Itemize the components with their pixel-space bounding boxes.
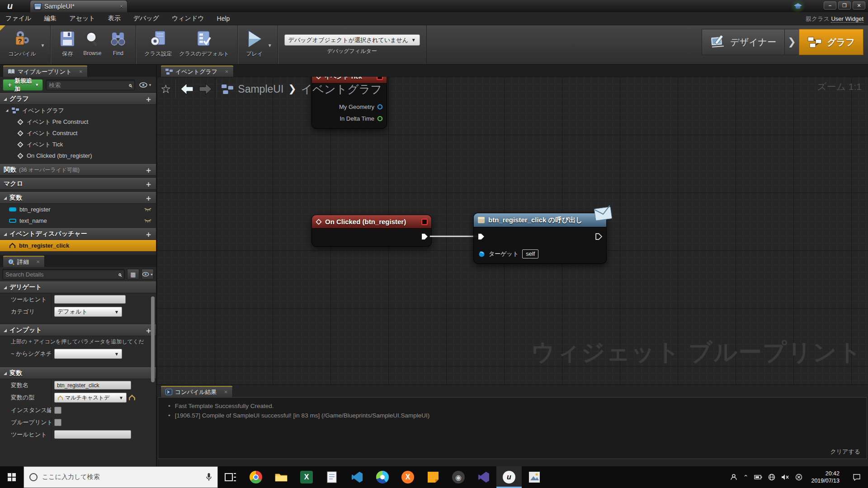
menu-window[interactable]: ウィンドウ <box>172 14 204 23</box>
class-settings-button[interactable]: クラス設定 <box>141 28 175 62</box>
designer-mode-button[interactable]: デザイナー <box>702 29 785 55</box>
details-tab-close-icon[interactable]: ✕ <box>36 259 40 264</box>
float-pin-icon[interactable] <box>377 116 383 122</box>
debug-object-dropdown[interactable]: デバッグオブジェクトが選択されていません ▼ <box>284 34 420 46</box>
add-graph-button[interactable]: ＋ <box>145 94 152 104</box>
chrome-taskbar-button[interactable] <box>243 466 269 488</box>
close-button[interactable]: ✕ <box>853 1 865 9</box>
event-graph-item[interactable]: イベントグラフ <box>0 105 156 116</box>
play-dropdown-icon[interactable]: ▼ <box>268 43 272 48</box>
people-icon[interactable] <box>730 474 737 481</box>
maximize-button[interactable]: ❐ <box>838 1 851 9</box>
instance-editable-checkbox[interactable] <box>54 407 61 414</box>
compile-results-tab[interactable]: コンパイル結果 ✕ <box>160 386 233 397</box>
parent-class-link[interactable]: User Widget <box>831 15 863 23</box>
category-dropdown[interactable]: デフォルト ▼ <box>54 307 122 317</box>
event-item[interactable]: On Clicked (btn_register) <box>0 150 156 161</box>
dispatchers-section-header[interactable]: イベントディスパッチャー ＋ <box>0 228 156 240</box>
explorer-taskbar-button[interactable] <box>269 466 294 488</box>
back-arrow-icon[interactable] <box>180 83 194 95</box>
action-center-button[interactable] <box>848 466 865 488</box>
volume-muted-icon[interactable] <box>781 474 789 480</box>
closed-eye-icon[interactable] <box>144 207 151 211</box>
tutorial-button[interactable] <box>790 0 806 13</box>
macros-section-header[interactable]: マクロ ＋ <box>0 178 156 190</box>
variable-item[interactable]: text_name <box>0 215 156 226</box>
vscode-insiders-taskbar-button[interactable] <box>471 466 496 488</box>
vscode-taskbar-button[interactable] <box>344 466 370 488</box>
add-function-button[interactable]: ＋ <box>145 165 152 175</box>
event-item[interactable]: イベント Construct <box>0 127 156 139</box>
dispatcher-item-selected[interactable]: btn_register_click <box>0 240 156 251</box>
event-graph-tab[interactable]: イベントグラフ ✕ <box>160 66 234 77</box>
details-tab[interactable]: i 詳細 ✕ <box>3 256 45 267</box>
unreal-taskbar-button[interactable]: u <box>496 466 522 488</box>
battery-icon[interactable] <box>754 474 762 480</box>
delegate-section-header[interactable]: デリゲート <box>0 282 156 293</box>
browse-button[interactable]: Browse <box>80 28 105 62</box>
exec-out-pin[interactable] <box>421 233 429 240</box>
signature-dropdown[interactable]: ▼ <box>54 349 122 359</box>
favorite-star-icon[interactable]: ☆ <box>160 82 171 96</box>
variable-name-field[interactable]: btn_register_click <box>54 381 131 389</box>
details-view-options-button[interactable]: ▼ <box>142 269 154 280</box>
compile-dropdown-icon[interactable]: ▼ <box>40 43 45 48</box>
details-scrollbar[interactable] <box>151 296 155 382</box>
add-new-button[interactable]: ＋ 新規追加 ▼ <box>3 79 43 91</box>
network-globe-icon[interactable] <box>768 474 775 481</box>
blueprint-search-input[interactable] <box>49 82 128 89</box>
graph-canvas[interactable]: イベント Tick My Geometry In Delta Time ☆ <box>157 77 868 385</box>
target-pin-icon[interactable] <box>478 251 485 258</box>
variable-section-header[interactable]: 変数 <box>0 367 156 379</box>
breadcrumb-root[interactable]: SampleUI <box>238 83 283 95</box>
photos-taskbar-button[interactable] <box>522 466 547 488</box>
save-button[interactable]: 保存 <box>55 28 80 62</box>
minimize-button[interactable]: – <box>824 1 836 9</box>
dark-app-taskbar-button[interactable]: ◉ <box>446 466 471 488</box>
input-section-header[interactable]: インプット ＋ <box>0 324 156 336</box>
my-blueprint-tab-close-icon[interactable]: ✕ <box>79 69 82 74</box>
compile-results-tab-close-icon[interactable]: ✕ <box>224 389 228 394</box>
struct-pin-icon[interactable] <box>377 104 383 110</box>
task-view-button[interactable] <box>218 466 243 488</box>
menu-help[interactable]: Help <box>217 15 230 22</box>
find-button[interactable]: Find <box>105 28 131 62</box>
play-button[interactable]: プレイ <box>242 28 267 62</box>
menu-asset[interactable]: アセット <box>69 14 95 23</box>
menu-edit[interactable]: 編集 <box>44 14 57 23</box>
on-clicked-node[interactable]: On Clicked (btn_register) <box>311 215 432 247</box>
microphone-icon[interactable] <box>206 473 212 482</box>
property-matrix-button[interactable]: ▦ <box>127 269 139 280</box>
add-variable-button[interactable]: ＋ <box>145 193 152 203</box>
class-defaults-button[interactable]: クラスのデフォルト <box>175 28 233 62</box>
asset-tab-close-icon[interactable]: ✕ <box>119 4 123 9</box>
start-button[interactable] <box>0 466 24 488</box>
notepad-taskbar-button[interactable] <box>319 466 344 488</box>
blueprint-readonly-checkbox[interactable] <box>54 419 61 426</box>
taskbar-search-box[interactable]: ここに入力して検索 <box>24 466 218 488</box>
menu-view[interactable]: 表示 <box>108 14 121 23</box>
variable-type-dropdown[interactable]: マルチキャストデ ▼ <box>54 393 127 403</box>
xampp-taskbar-button[interactable]: X <box>395 466 420 488</box>
delegate-tooltip-field[interactable] <box>54 295 126 304</box>
add-dispatcher-button[interactable]: ＋ <box>145 229 152 239</box>
event-graph-tab-close-icon[interactable]: ✕ <box>225 69 228 74</box>
exec-in-pin[interactable] <box>477 233 485 240</box>
call-dispatcher-node[interactable]: btn_register_click の呼び出し ターゲット self <box>473 213 607 264</box>
event-item[interactable]: イベント Tick <box>0 139 156 150</box>
asset-tab[interactable]: SampleUI* ✕ <box>30 0 127 12</box>
breadcrumb-current[interactable]: イベントグラフ <box>301 82 382 97</box>
my-blueprint-tab[interactable]: マイブループリント ✕ <box>3 66 88 77</box>
forward-arrow-icon[interactable] <box>198 83 212 95</box>
clear-log-link[interactable]: クリアする <box>830 448 860 456</box>
variable-item[interactable]: btn_register <box>0 204 156 215</box>
edge-dev-taskbar-button[interactable] <box>370 466 395 488</box>
closed-eye-icon[interactable] <box>144 219 151 223</box>
event-item[interactable]: イベント Pre Construct <box>0 116 156 127</box>
tray-expand-icon[interactable]: ⌃ <box>743 474 749 481</box>
error-circle-icon[interactable] <box>795 474 802 481</box>
add-macro-button[interactable]: ＋ <box>145 179 152 189</box>
menu-file[interactable]: ファイル <box>5 14 31 23</box>
taskbar-clock[interactable]: 20:42 2019/07/13 <box>808 470 842 484</box>
graph-section-header[interactable]: グラフ ＋ <box>0 93 156 105</box>
